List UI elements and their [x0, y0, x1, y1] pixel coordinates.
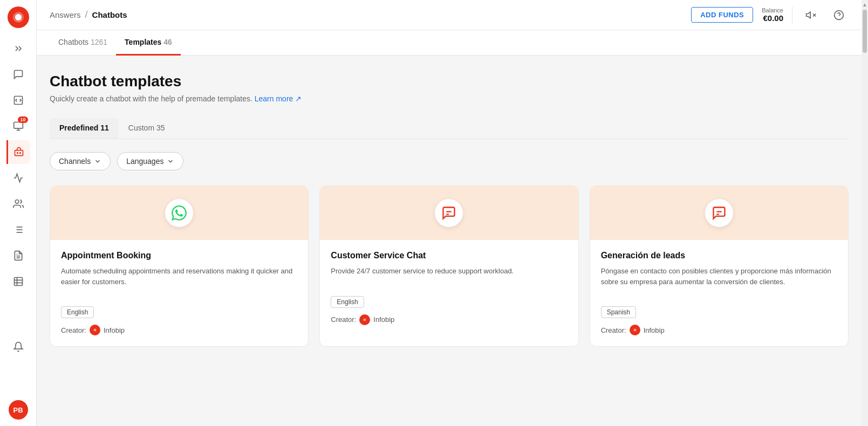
card-creator-customer-service: Creator: Infobip — [331, 314, 567, 325]
svg-rect-6 — [15, 150, 23, 156]
svg-point-9 — [15, 200, 19, 204]
filter-tab-custom[interactable]: Custom 35 — [119, 118, 175, 139]
svg-point-34 — [633, 329, 636, 332]
svg-point-1 — [15, 14, 22, 20]
card-footer-generacion-leads: Spanish Creator: Infobip — [590, 306, 848, 346]
sidebar-item-analytics[interactable] — [6, 166, 30, 190]
template-card-appointment-booking[interactable]: Appointment Booking Automate scheduling … — [50, 185, 309, 347]
card-creator-appointment-booking: Creator: Infobip — [61, 325, 297, 335]
languages-chevron-icon — [167, 157, 174, 165]
card-body-appointment-booking: Appointment Booking Automate scheduling … — [50, 240, 308, 306]
sidebar-item-expand[interactable] — [6, 37, 30, 60]
card-body-generacion-leads: Generación de leads Póngase en contacto … — [590, 240, 848, 306]
header-divider — [792, 6, 792, 24]
card-icon-chat — [435, 199, 463, 227]
sidebar-item-bell[interactable] — [6, 335, 30, 359]
card-header-customer-service — [320, 186, 578, 240]
card-title-customer-service: Customer Service Chat — [331, 251, 567, 260]
card-header-generacion-leads — [590, 186, 848, 240]
balance-label: Balance — [762, 7, 783, 13]
filter-tabs: Predefined 11 Custom 35 — [50, 118, 849, 139]
svg-point-28 — [93, 329, 96, 332]
external-link-icon: ↗ — [295, 94, 302, 103]
card-footer-appointment-booking: English Creator: Infobip — [50, 306, 308, 346]
filter-tab-predefined[interactable]: Predefined 11 — [50, 118, 119, 139]
infobip-logo-icon — [92, 327, 98, 333]
tab-chatbots[interactable]: Chatbots 1261 — [50, 30, 116, 56]
card-header-appointment-booking — [50, 186, 308, 240]
card-footer-customer-service: English Creator: Infobip — [320, 296, 578, 336]
page-subtitle: Quickly create a chatbot with the help o… — [50, 94, 849, 103]
languages-filter-label: Languages — [126, 157, 163, 166]
main-content: Answers / Chatbots ADD FUNDS Balance €0.… — [37, 0, 862, 426]
learn-more-link[interactable]: Learn more ↗ — [255, 94, 302, 103]
user-avatar[interactable]: PB — [9, 400, 28, 420]
sidebar: 10 — [0, 0, 37, 426]
template-card-customer-service[interactable]: Customer Service Chat Provide 24/7 custo… — [319, 185, 578, 347]
channels-chevron-icon — [94, 157, 101, 165]
filter-controls: Channels Languages — [50, 152, 849, 170]
inbox-badge: 10 — [18, 116, 28, 123]
infobip-logo-icon-2 — [361, 317, 368, 323]
svg-point-7 — [17, 153, 18, 154]
add-funds-button[interactable]: ADD FUNDS — [691, 7, 753, 23]
help-button[interactable] — [829, 5, 849, 25]
scroll-thumb[interactable] — [863, 10, 867, 53]
balance-amount: €0.00 — [762, 13, 783, 23]
chat-icon-2 — [712, 205, 727, 221]
chat-icon — [441, 205, 456, 221]
language-badge-appointment-booking: English — [61, 306, 94, 318]
cards-grid: Appointment Booking Automate scheduling … — [50, 185, 849, 347]
sidebar-item-table[interactable] — [6, 270, 30, 293]
app-logo[interactable] — [8, 6, 29, 28]
help-icon — [833, 10, 844, 20]
balance-section: Balance €0.00 — [762, 7, 783, 23]
creator-icon-generacion-leads — [630, 325, 640, 335]
infobip-logo-icon-3 — [632, 327, 638, 333]
sidebar-item-code[interactable] — [6, 88, 30, 112]
creator-icon-appointment-booking — [90, 325, 100, 335]
card-icon-whatsapp — [165, 199, 193, 227]
tabs-bar: Chatbots 1261 Templates 46 — [37, 30, 862, 56]
card-title-appointment-booking: Appointment Booking — [61, 251, 297, 260]
svg-point-8 — [20, 153, 21, 154]
card-desc-appointment-booking: Automate scheduling appointments and res… — [61, 266, 297, 287]
page-title: Chatbot templates — [50, 73, 849, 90]
sidebar-item-team[interactable] — [6, 192, 30, 216]
template-card-generacion-leads[interactable]: Generación de leads Póngase en contacto … — [590, 185, 849, 347]
mute-icon — [805, 10, 816, 20]
sidebar-item-conversations[interactable] — [6, 63, 30, 86]
scrollbar[interactable]: ▲ — [862, 0, 868, 426]
card-title-generacion-leads: Generación de leads — [601, 251, 837, 260]
creator-icon-customer-service — [359, 314, 370, 325]
svg-point-31 — [364, 318, 366, 321]
mute-button[interactable] — [801, 5, 821, 25]
card-desc-generacion-leads: Póngase en contacto con posibles cliente… — [601, 266, 837, 287]
breadcrumb-current: Chatbots — [92, 10, 127, 19]
language-badge-generacion-leads: Spanish — [601, 306, 636, 318]
header: Answers / Chatbots ADD FUNDS Balance €0.… — [37, 0, 862, 30]
sidebar-item-list[interactable] — [6, 218, 30, 242]
sidebar-item-inbox[interactable]: 10 — [6, 114, 30, 138]
breadcrumb-separator: / — [85, 9, 88, 20]
svg-rect-18 — [14, 278, 22, 286]
card-icon-chat-2 — [705, 199, 733, 227]
channels-filter-button[interactable]: Channels — [50, 152, 111, 170]
card-creator-generacion-leads: Creator: Infobip — [601, 325, 837, 335]
breadcrumb-parent: Answers — [50, 10, 81, 19]
svg-marker-22 — [807, 12, 811, 18]
header-actions: ADD FUNDS Balance €0.00 — [691, 5, 849, 25]
channels-filter-label: Channels — [59, 157, 91, 166]
languages-filter-button[interactable]: Languages — [117, 152, 183, 170]
sidebar-item-bot[interactable] — [6, 140, 30, 164]
language-badge-customer-service: English — [331, 296, 364, 308]
whatsapp-icon — [172, 205, 187, 221]
sidebar-item-reports[interactable] — [6, 244, 30, 267]
scroll-up-arrow[interactable]: ▲ — [862, 0, 868, 9]
tab-templates[interactable]: Templates 46 — [116, 30, 181, 56]
card-body-customer-service: Customer Service Chat Provide 24/7 custo… — [320, 240, 578, 296]
content-area: Chatbot templates Quickly create a chatb… — [37, 56, 862, 426]
card-desc-customer-service: Provide 24/7 customer service to reduce … — [331, 266, 567, 277]
svg-rect-3 — [13, 122, 23, 129]
breadcrumb: Answers / Chatbots — [50, 9, 127, 20]
